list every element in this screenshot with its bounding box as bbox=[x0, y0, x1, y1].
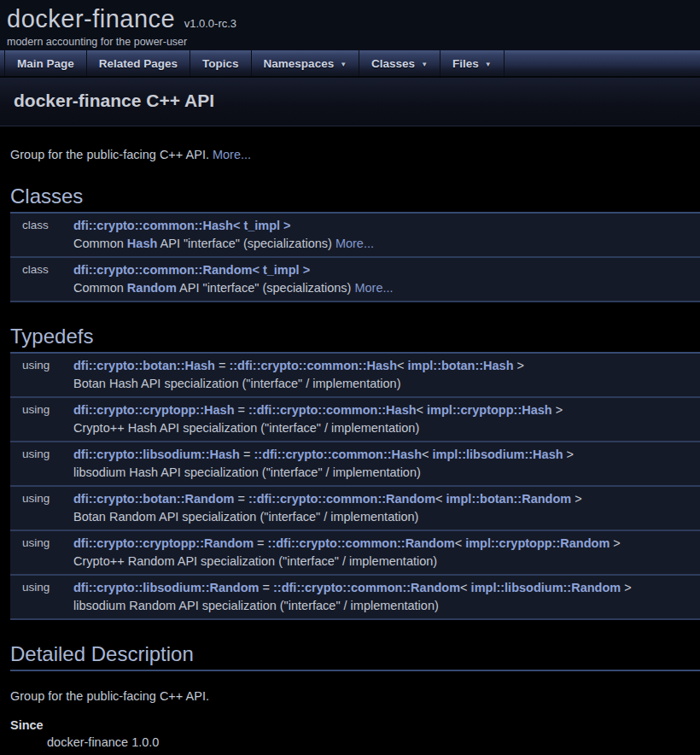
member-description: Crypto++ Random API specialization ("int… bbox=[73, 553, 700, 571]
member-keyword: using bbox=[10, 357, 73, 392]
member-description: libsodium Hash API specialization ("inte… bbox=[73, 464, 700, 482]
more-link[interactable]: More... bbox=[335, 237, 374, 250]
page-title: docker-finance C++ API bbox=[14, 91, 686, 111]
intro-text: Group for the public-facing C++ API. bbox=[10, 148, 213, 161]
nav-tab-label: Main Page bbox=[17, 57, 74, 70]
typedef-row: using dfi::crypto::botan::Hash = ::dfi::… bbox=[10, 354, 700, 398]
typedef-row: using dfi::crypto::libsodium::Random = :… bbox=[10, 576, 700, 620]
class-row: class dfi::crypto::common::Random< t_imp… bbox=[10, 258, 700, 302]
nav-tab-namespaces[interactable]: Namespaces ▼ bbox=[252, 50, 359, 76]
typedef-row: using dfi::crypto::cryptopp::Random = ::… bbox=[10, 531, 700, 576]
classes-table: class dfi::crypto::common::Hash< t_impl … bbox=[10, 214, 700, 302]
member-description: Common Random API "interface" (specializ… bbox=[73, 279, 700, 297]
nav-tab-classes[interactable]: Classes ▼ bbox=[359, 50, 440, 76]
intro-paragraph: Group for the public-facing C++ API. Mor… bbox=[10, 147, 700, 162]
template-close: > bbox=[571, 492, 582, 506]
page-header: docker-finance C++ API bbox=[0, 78, 700, 126]
template-close: > bbox=[563, 448, 575, 461]
template-close: > bbox=[514, 359, 525, 372]
typedef-target-link[interactable]: ::dfi::crypto::common::Random bbox=[268, 536, 455, 550]
classes-heading: Classes bbox=[10, 184, 700, 214]
nav-tab-label: Namespaces bbox=[264, 57, 335, 70]
typedef-link[interactable]: dfi::crypto::botan::Hash bbox=[73, 359, 215, 372]
typedef-target-link[interactable]: ::dfi::crypto::common::Hash bbox=[248, 403, 417, 417]
desc-text: Common bbox=[73, 281, 127, 295]
typedef-link[interactable]: dfi::crypto::cryptopp::Hash bbox=[73, 403, 235, 417]
title-area: docker-finance v1.0.0-rc.3 modern accoun… bbox=[0, 0, 700, 50]
typedef-row: using dfi::crypto::botan::Random = ::dfi… bbox=[10, 487, 700, 531]
member-keyword: using bbox=[10, 401, 73, 436]
equals-sign: = bbox=[259, 581, 273, 594]
template-close: > bbox=[621, 581, 632, 594]
typedef-param-link[interactable]: impl::libsodium::Hash bbox=[433, 448, 563, 461]
chevron-down-icon: ▼ bbox=[421, 59, 428, 68]
member-keyword: class bbox=[10, 217, 73, 252]
typedef-param-link[interactable]: impl::botan::Random bbox=[446, 492, 572, 506]
typedef-link[interactable]: dfi::crypto::libsodium::Hash bbox=[73, 448, 240, 461]
typedefs-table: using dfi::crypto::botan::Hash = ::dfi::… bbox=[10, 354, 700, 620]
class-link[interactable]: dfi::crypto::common::Random< t_impl > bbox=[73, 263, 310, 277]
member-keyword: using bbox=[10, 579, 73, 614]
project-brief: modern accounting for the power-user bbox=[7, 36, 700, 48]
typedef-row: using dfi::crypto::libsodium::Hash = ::d… bbox=[10, 442, 700, 487]
equals-sign: = bbox=[240, 448, 254, 461]
more-link[interactable]: More... bbox=[354, 281, 393, 295]
typedef-target-link[interactable]: ::dfi::crypto::common::Hash bbox=[229, 359, 397, 372]
typedef-param-link[interactable]: impl::cryptopp::Hash bbox=[427, 403, 552, 417]
equals-sign: = bbox=[215, 359, 230, 372]
typedef-param-link[interactable]: impl::cryptopp::Random bbox=[465, 536, 610, 550]
template-open: < bbox=[455, 536, 466, 550]
nav-filler bbox=[505, 50, 700, 76]
typedef-param-link[interactable]: impl::botan::Hash bbox=[408, 359, 514, 372]
desc-text: Common bbox=[73, 237, 127, 250]
member-keyword: using bbox=[10, 446, 73, 481]
member-description: Common Hash API "interface" (specializat… bbox=[73, 235, 700, 253]
class-short-link[interactable]: Hash bbox=[127, 237, 157, 250]
typedef-link[interactable]: dfi::crypto::libsodium::Random bbox=[73, 581, 259, 594]
detailed-description-text: Group for the public-facing C++ API. bbox=[10, 688, 700, 704]
nav-tab-label: Classes bbox=[371, 57, 415, 70]
member-keyword: using bbox=[10, 535, 73, 570]
detailed-description-heading: Detailed Description bbox=[10, 642, 700, 671]
typedef-target-link[interactable]: ::dfi::crypto::common::Hash bbox=[254, 448, 422, 461]
desc-text: API "interface" (specializations) bbox=[177, 281, 355, 295]
class-row: class dfi::crypto::common::Hash< t_impl … bbox=[10, 214, 700, 258]
typedef-target-link[interactable]: ::dfi::crypto::common::Random bbox=[273, 581, 460, 594]
equals-sign: = bbox=[235, 403, 249, 417]
nav-tab-label: Related Pages bbox=[99, 57, 178, 70]
since-block: Since docker-finance 1.0.0 bbox=[10, 717, 700, 752]
since-label: Since bbox=[10, 717, 700, 733]
more-link[interactable]: More... bbox=[213, 148, 251, 161]
nav-tab-files[interactable]: Files ▼ bbox=[440, 50, 505, 76]
member-description: libsodium Random API specialization ("in… bbox=[73, 597, 700, 615]
template-close: > bbox=[552, 403, 563, 417]
nav-tab-label: Files bbox=[452, 57, 479, 70]
main-nav: Main Page Related Pages Topics Namespace… bbox=[0, 50, 700, 78]
typedef-row: using dfi::crypto::cryptopp::Hash = ::df… bbox=[10, 398, 700, 442]
class-link[interactable]: dfi::crypto::common::Hash< t_impl > bbox=[73, 219, 291, 232]
nav-tab-topics[interactable]: Topics bbox=[190, 50, 252, 76]
typedef-link[interactable]: dfi::crypto::botan::Random bbox=[73, 492, 234, 506]
template-close: > bbox=[610, 536, 621, 550]
since-value: docker-finance 1.0.0 bbox=[47, 733, 700, 752]
class-short-link[interactable]: Random bbox=[127, 281, 177, 295]
member-description: Crypto++ Hash API specialization ("inter… bbox=[73, 419, 700, 437]
member-keyword: using bbox=[10, 490, 73, 525]
template-open: < bbox=[422, 448, 433, 461]
typedef-link[interactable]: dfi::crypto::cryptopp::Random bbox=[73, 536, 254, 550]
template-open: < bbox=[435, 492, 446, 506]
nav-tab-main-page[interactable]: Main Page bbox=[5, 50, 87, 76]
equals-sign: = bbox=[254, 536, 268, 550]
template-open: < bbox=[460, 581, 471, 594]
desc-text: API "interface" (specializations) bbox=[157, 237, 335, 250]
member-description: Botan Random API specialization ("interf… bbox=[73, 508, 700, 526]
member-description: Botan Hash API specialization ("interfac… bbox=[73, 375, 700, 393]
template-open: < bbox=[397, 359, 408, 372]
typedef-param-link[interactable]: impl::libsodium::Random bbox=[471, 581, 621, 594]
project-version: v1.0.0-rc.3 bbox=[184, 17, 236, 30]
typedef-target-link[interactable]: ::dfi::crypto::common::Random bbox=[248, 492, 435, 506]
chevron-down-icon: ▼ bbox=[485, 59, 492, 68]
nav-tab-related-pages[interactable]: Related Pages bbox=[87, 50, 190, 76]
chevron-down-icon: ▼ bbox=[340, 59, 347, 68]
template-open: < bbox=[417, 403, 428, 417]
